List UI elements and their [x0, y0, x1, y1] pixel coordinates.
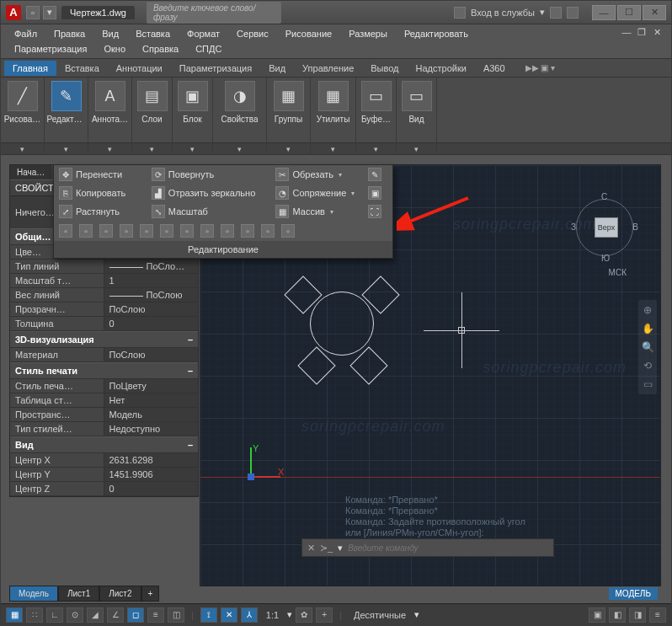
property-row[interactable]: Пространс…Модель [10, 408, 198, 422]
property-row[interactable]: Толщина0 [10, 317, 198, 331]
flyout-mini-icon[interactable]: ▫ [59, 224, 72, 238]
ribbon-tab[interactable]: Вид [260, 61, 294, 76]
flyout-mini-icon[interactable]: ▫ [79, 224, 93, 238]
command-input[interactable] [348, 543, 548, 553]
lineweight-toggle[interactable]: ≡ [147, 607, 164, 623]
menu-item[interactable]: Параметризация [6, 41, 95, 56]
ortho-toggle[interactable]: ∟ [46, 607, 63, 623]
menu-item[interactable]: Рисование [277, 26, 340, 41]
layout-tab[interactable]: Лист1 [58, 586, 99, 602]
menu-item[interactable]: Вид [93, 26, 127, 41]
minimize-button[interactable]: — [592, 5, 616, 20]
flyout-command[interactable]: ▟Отразить зеркально [152, 186, 271, 200]
panel-icon[interactable]: ▣ [178, 81, 208, 111]
panel-dropdown[interactable]: ▾ [356, 143, 397, 154]
panel-icon[interactable]: A [95, 81, 125, 111]
menu-item[interactable]: Файл [6, 26, 45, 41]
panel-dropdown[interactable]: ▾ [397, 143, 437, 154]
flyout-mini-icon[interactable]: ▫ [180, 224, 194, 238]
property-value[interactable]: ПоСлою [104, 288, 199, 302]
app-icon[interactable]: A [6, 5, 21, 20]
ribbon-tab[interactable]: Аннотации [108, 61, 171, 76]
property-row[interactable]: Центр Z0 [10, 482, 198, 496]
property-row[interactable]: Тип стилей…Недоступно [10, 422, 198, 436]
property-group-header[interactable]: 3D-визуализация– [10, 331, 198, 348]
flyout-command[interactable]: ⤡Масштаб [152, 205, 271, 218]
isodraft-toggle[interactable]: ◢ [87, 607, 104, 623]
signin-link[interactable]: Вход в службы [471, 8, 535, 18]
ribbon-tab[interactable]: A360 [475, 61, 514, 76]
flyout-command[interactable]: ⛶ [368, 205, 387, 218]
menu-item[interactable]: Справка [134, 41, 187, 56]
quick-props-icon[interactable]: ▣ [589, 607, 605, 623]
property-value[interactable]: Недоступно [104, 422, 199, 436]
qat-open-icon[interactable]: ▾ [43, 6, 56, 19]
ribbon-panel[interactable]: ◑Свойства [213, 78, 267, 142]
panel-icon[interactable]: ╱ [8, 81, 38, 111]
status-icon[interactable]: ◧ [609, 607, 626, 623]
flyout-mini-icon[interactable]: ▫ [200, 224, 214, 238]
property-row[interactable]: МатериалПоСлою [10, 348, 198, 362]
status-icon[interactable]: ⟟ [200, 607, 217, 623]
property-value[interactable]: 1451.9906 [104, 468, 199, 481]
layout-tab[interactable]: Лист2 [99, 586, 141, 602]
property-value[interactable]: 2631.6298 [104, 453, 199, 467]
ribbon-panel[interactable]: ▭Буфе… [356, 78, 397, 142]
ribbon-panel[interactable]: ▦Утилиты [311, 78, 356, 142]
property-value[interactable]: ПоСлою [104, 302, 199, 316]
ribbon-panel[interactable]: ▣Блок [173, 78, 213, 142]
ribbon-tab[interactable]: Надстройки [408, 61, 475, 76]
flyout-mini-icon[interactable]: ▫ [99, 224, 113, 238]
property-group-header[interactable]: Стиль печати– [10, 362, 198, 379]
flyout-command[interactable]: ✎ [368, 168, 387, 181]
ribbon-panel[interactable]: ✎Редакти… [45, 78, 88, 142]
flyout-command[interactable]: ⤢Растянуть [59, 205, 147, 218]
otrack-toggle[interactable]: ∠ [107, 607, 124, 623]
status-icon[interactable]: + [316, 607, 333, 623]
property-group-header[interactable]: Вид– [10, 436, 198, 453]
property-value[interactable]: 1 [104, 274, 199, 287]
property-row[interactable]: Стиль печа…ПоЦвету [10, 379, 198, 393]
menu-item[interactable]: Сервис [228, 26, 277, 41]
status-icon[interactable]: ◨ [629, 607, 646, 623]
start-tab[interactable]: Нача… [10, 165, 51, 179]
steering-wheel-icon[interactable]: ⊕ [641, 303, 654, 317]
panel-dropdown[interactable]: ▾ [1, 143, 45, 154]
panel-dropdown[interactable]: ▾ [132, 143, 173, 154]
zoom-icon[interactable]: 🔍 [641, 340, 654, 354]
property-row[interactable]: Масштаб т…1 [10, 274, 198, 288]
property-value[interactable]: 0 [104, 317, 199, 330]
qat-new-icon[interactable]: ▫ [26, 6, 40, 19]
close-button[interactable]: ✕ [643, 5, 666, 20]
doc-restore-button[interactable]: ❐ [636, 26, 648, 38]
flyout-command[interactable]: ⎘Копировать [59, 186, 147, 200]
panel-dropdown[interactable]: ▾ [311, 143, 356, 154]
model-badge[interactable]: МОДЕЛЬ [609, 587, 658, 600]
flyout-command[interactable]: ✥Перенести [59, 168, 147, 181]
panel-icon[interactable]: ✎ [51, 81, 82, 111]
flyout-mini-icon[interactable]: ▫ [120, 224, 133, 238]
property-row[interactable]: Центр Y1451.9906 [10, 468, 198, 482]
panel-icon[interactable]: ▤ [137, 81, 168, 111]
add-layout-button[interactable]: + [141, 586, 160, 602]
property-value[interactable]: ПоСлою [104, 348, 199, 361]
ribbon-tab[interactable]: Вывод [362, 61, 407, 76]
menu-item[interactable]: Правка [45, 26, 93, 41]
ribbon-panel[interactable]: ▤Слои [132, 78, 173, 142]
flyout-command[interactable]: ▦Массив▾ [275, 205, 363, 218]
ribbon-extras[interactable]: ▶▶ ▣ ▾ [517, 61, 564, 75]
menu-item[interactable]: Редактировать [396, 26, 477, 41]
status-icon[interactable]: ⅄ [241, 607, 258, 623]
exchange-icon[interactable] [550, 7, 562, 19]
panel-icon[interactable]: ▦ [274, 81, 304, 111]
panel-dropdown[interactable]: ▾ [267, 143, 311, 154]
panel-dropdown[interactable]: ▾ [45, 143, 88, 154]
flyout-mini-icon[interactable]: ▫ [281, 224, 295, 238]
flyout-mini-icon[interactable]: ▫ [261, 224, 275, 238]
property-row[interactable]: Прозрачн…ПоСлою [10, 302, 198, 317]
pan-icon[interactable]: ✋ [641, 322, 654, 335]
panel-dropdown[interactable]: ▾ [88, 143, 132, 154]
transparency-toggle[interactable]: ◫ [168, 607, 184, 623]
menu-item[interactable]: Размеры [340, 26, 396, 41]
ribbon-tab[interactable]: Вставка [56, 61, 108, 76]
